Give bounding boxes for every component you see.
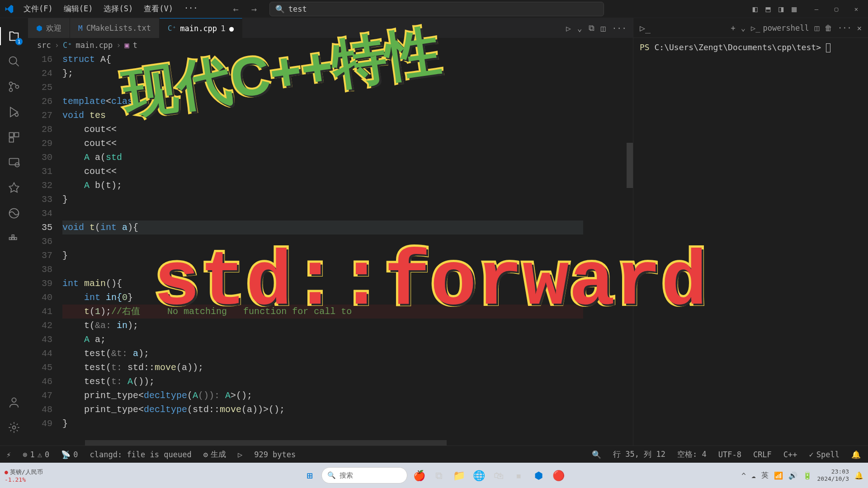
- taskbar-taskview[interactable]: ⧉: [431, 467, 447, 483]
- taskbar-search[interactable]: 🔍 搜索: [321, 467, 407, 483]
- explorer-badge: 1: [15, 38, 23, 45]
- play-icon: ▷: [238, 450, 242, 459]
- activity-debug[interactable]: [0, 99, 28, 125]
- menu-more[interactable]: ···: [179, 2, 203, 16]
- taskbar-store[interactable]: 🛍: [491, 467, 507, 483]
- chevron-down-icon[interactable]: ⌄: [577, 23, 582, 33]
- tab-main[interactable]: C⁺ main.cpp 1 ●: [160, 18, 242, 38]
- close-icon[interactable]: ✕: [857, 23, 862, 33]
- check-icon: ✓: [809, 450, 814, 459]
- start-icon[interactable]: ⊞: [302, 467, 318, 483]
- terminal-icon[interactable]: ▷_: [640, 23, 651, 33]
- tray-battery-icon[interactable]: 🔋: [803, 471, 812, 480]
- nav-arrows: ← →: [230, 2, 260, 16]
- tab-welcome[interactable]: ⬢ 欢迎: [28, 18, 70, 38]
- tab-label: main.cpp: [180, 24, 217, 33]
- more-icon[interactable]: ···: [612, 23, 627, 33]
- tray-wifi-icon[interactable]: 📶: [774, 471, 783, 480]
- taskbar-app2[interactable]: 🔴: [550, 467, 566, 483]
- activity-search[interactable]: [0, 49, 28, 74]
- cpp-icon: C⁺: [168, 24, 176, 33]
- activity-edge[interactable]: [0, 201, 28, 226]
- layout-sidebar-right-icon[interactable]: ◨: [777, 2, 785, 15]
- tray-volume-icon[interactable]: 🔊: [788, 471, 797, 480]
- taskbar-terminal[interactable]: ▪: [510, 467, 527, 483]
- status-spell[interactable]: ✓Spell: [807, 450, 841, 459]
- minimap-slider[interactable]: [627, 143, 633, 188]
- activity-account[interactable]: [0, 389, 28, 415]
- debug-icon[interactable]: ⧉: [589, 23, 594, 33]
- trash-icon[interactable]: 🗑: [825, 23, 832, 33]
- status-zoom[interactable]: 🔍: [590, 450, 603, 459]
- menu-edit[interactable]: 编辑(E): [59, 2, 98, 16]
- scrollbar-thumb[interactable]: [85, 440, 447, 446]
- status-radio[interactable]: 📡0: [59, 450, 80, 459]
- split-icon[interactable]: ◫: [601, 23, 606, 33]
- status-bell[interactable]: 🔔: [849, 450, 863, 459]
- svg-rect-8: [9, 159, 19, 165]
- status-problems[interactable]: ⊗1 ⚠0: [21, 450, 51, 459]
- activity-explorer[interactable]: 1: [0, 23, 28, 49]
- window-close-icon[interactable]: ✕: [848, 3, 864, 15]
- tray-ime[interactable]: 英: [761, 471, 769, 480]
- taskbar-explorer[interactable]: 📁: [451, 467, 467, 483]
- activity-source-control[interactable]: [0, 74, 28, 99]
- window-maximize-icon[interactable]: ▢: [828, 3, 844, 15]
- activity-settings[interactable]: [0, 415, 28, 440]
- chevron-down-icon[interactable]: ⌄: [741, 23, 745, 33]
- activity-remote[interactable]: [0, 150, 28, 175]
- tray-chevron-icon[interactable]: ^: [741, 471, 746, 480]
- horizontal-scrollbar[interactable]: [62, 440, 583, 446]
- svg-point-4: [15, 113, 18, 116]
- search-box[interactable]: 🔍 test: [269, 2, 604, 16]
- status-bytes[interactable]: 929 bytes: [252, 450, 297, 459]
- layout-panel-bottom-icon[interactable]: ⬒: [764, 2, 772, 15]
- taskbar-widget[interactable]: ● 英镑/人民币 -1.21%: [0, 468, 43, 483]
- nav-back-icon[interactable]: ←: [230, 2, 242, 16]
- tab-cmake[interactable]: M CMakeLists.txt: [70, 18, 160, 38]
- taskbar-clock[interactable]: 23:03 2024/10/3: [817, 468, 849, 482]
- menu-select[interactable]: 选择(S): [99, 2, 137, 16]
- split-terminal-icon[interactable]: ◫: [815, 23, 819, 33]
- run-icon[interactable]: ▷: [566, 23, 571, 33]
- status-eol[interactable]: CRLF: [751, 450, 774, 459]
- svg-rect-14: [12, 235, 14, 237]
- tray-notifications-icon[interactable]: 🔔: [854, 471, 863, 480]
- tray-onedrive-icon[interactable]: ☁: [751, 471, 756, 480]
- status-run[interactable]: ▷: [236, 450, 244, 459]
- status-lang[interactable]: C++: [782, 450, 799, 459]
- terminal-shell-name[interactable]: powershell: [763, 23, 809, 33]
- taskbar-center: ⊞ 🔍 搜索 🍎 ⧉ 📁 🌐 🛍 ▪ ⬢ 🔴: [302, 467, 566, 483]
- status-encoding[interactable]: UTF-8: [717, 450, 743, 459]
- remote-icon: ⚡: [6, 450, 11, 459]
- menu-view[interactable]: 查看(V): [139, 2, 178, 16]
- layout-icons: ◧ ⬒ ◨ ▦ — ▢ ✕: [751, 2, 864, 15]
- taskbar-app1[interactable]: 🍎: [411, 467, 427, 483]
- activity-extensions[interactable]: [0, 125, 28, 150]
- layout-customize-icon[interactable]: ▦: [790, 2, 798, 15]
- menu-file[interactable]: 文件(F): [19, 2, 57, 16]
- vscode-icon: ⬢: [36, 24, 42, 33]
- status-build[interactable]: ⚙生成: [202, 449, 228, 460]
- svg-point-2: [9, 89, 13, 92]
- status-clangd[interactable]: clangd: file is queued: [88, 450, 193, 459]
- tab-label: CMakeLists.txt: [86, 23, 151, 33]
- taskbar-vscode[interactable]: ⬢: [530, 467, 547, 483]
- layout-sidebar-left-icon[interactable]: ◧: [751, 2, 760, 15]
- svg-rect-11: [9, 238, 12, 240]
- taskbar-edge[interactable]: 🌐: [471, 467, 487, 483]
- breadcrumb-seg: main.cpp: [75, 41, 113, 50]
- tab-label: 欢迎: [46, 23, 61, 33]
- nav-forward-icon[interactable]: →: [248, 2, 260, 16]
- activity-docker[interactable]: [0, 226, 28, 251]
- status-remote[interactable]: ⚡: [5, 450, 13, 459]
- status-cursor[interactable]: 行 35, 列 12: [611, 449, 667, 460]
- status-indent[interactable]: 空格: 4: [675, 449, 708, 460]
- activity-misc1[interactable]: [0, 175, 28, 201]
- window-minimize-icon[interactable]: —: [808, 3, 825, 15]
- terminal-cursor: [826, 43, 830, 52]
- more-icon[interactable]: ···: [838, 23, 852, 33]
- windows-taskbar: ● 英镑/人民币 -1.21% ⊞ 🔍 搜索 🍎 ⧉ 📁 🌐 🛍 ▪ ⬢ 🔴 ^…: [0, 463, 868, 488]
- terminal-add-icon[interactable]: +: [731, 23, 735, 33]
- error-icon: ⊗: [23, 450, 27, 459]
